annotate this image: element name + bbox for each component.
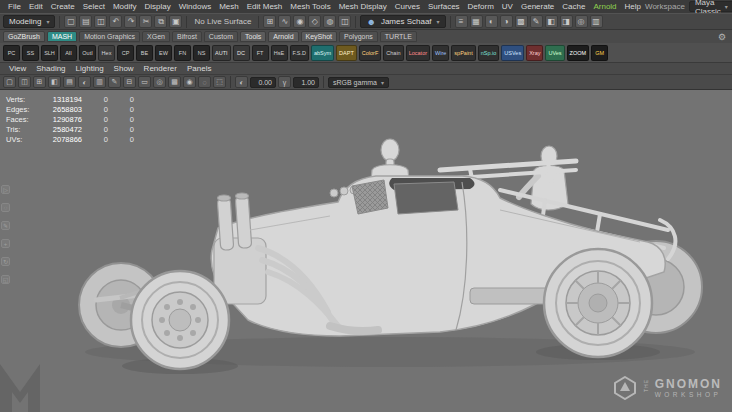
menu-item[interactable]: Select bbox=[79, 2, 109, 11]
shelf-button[interactable]: Hex bbox=[98, 45, 115, 61]
shelf-button[interactable]: EW bbox=[155, 45, 172, 61]
viewport-icon[interactable]: ▤ bbox=[63, 76, 76, 88]
shelf-button[interactable]: BE bbox=[136, 45, 153, 61]
toolbar-icon[interactable]: ↶ bbox=[109, 15, 122, 28]
menu-item[interactable]: Windows bbox=[175, 2, 215, 11]
shelf-button[interactable]: abSym bbox=[311, 45, 334, 61]
menu-item[interactable]: Edit Mesh bbox=[243, 2, 287, 11]
shelf-button[interactable]: HsE bbox=[271, 45, 288, 61]
panel-menu-item[interactable]: Shading bbox=[31, 64, 70, 73]
shelf-button[interactable]: UVes bbox=[545, 45, 564, 61]
viewport-icon[interactable]: ◧ bbox=[48, 76, 61, 88]
shelf-button[interactable]: GM bbox=[591, 45, 608, 61]
viewport-icon[interactable]: ◉ bbox=[183, 76, 196, 88]
menu-item[interactable]: UV bbox=[498, 2, 517, 11]
shelf-button[interactable]: PC bbox=[3, 45, 20, 61]
toolbox-icon[interactable]: ✎ bbox=[1, 221, 10, 230]
toolbar-icon[interactable]: ⧉ bbox=[154, 15, 167, 28]
viewport-icon[interactable]: ⊞ bbox=[33, 76, 46, 88]
viewport-icon[interactable]: ◎ bbox=[153, 76, 166, 88]
menu-set-selector[interactable]: Modeling ▾ bbox=[3, 15, 55, 28]
viewport-icon[interactable]: ▩ bbox=[168, 76, 181, 88]
shelf-button[interactable]: F.S.D bbox=[290, 45, 309, 61]
toolbar-icon[interactable]: ▥ bbox=[590, 15, 603, 28]
toolbar-icon[interactable]: ✎ bbox=[530, 15, 543, 28]
viewport-icon[interactable]: ⬚ bbox=[213, 76, 226, 88]
shelf-button[interactable]: nSp.io bbox=[478, 45, 500, 61]
toolbar-icon[interactable]: ◑ bbox=[500, 15, 513, 28]
panel-menu-item[interactable]: Renderer bbox=[139, 64, 182, 73]
menu-item[interactable]: Cache bbox=[558, 2, 589, 11]
menu-item[interactable]: File bbox=[4, 2, 25, 11]
shelf-tab[interactable]: Bifrost bbox=[172, 31, 202, 42]
gamma-field[interactable]: 1.00 bbox=[293, 77, 319, 88]
snap-icon[interactable]: ⊞ bbox=[263, 15, 276, 28]
gear-icon[interactable]: ⚙ bbox=[718, 32, 729, 42]
shelf-button[interactable]: ColorF bbox=[359, 45, 382, 61]
shelf-button[interactable]: Xray bbox=[526, 45, 543, 61]
snap-icon[interactable]: ◉ bbox=[293, 15, 306, 28]
menu-item[interactable]: Create bbox=[47, 2, 79, 11]
menu-item[interactable]: Surfaces bbox=[424, 2, 464, 11]
shelf-tab[interactable]: Arnold bbox=[268, 31, 298, 42]
shelf-button[interactable]: ZOOM bbox=[567, 45, 590, 61]
menu-item[interactable]: Deform bbox=[464, 2, 498, 11]
shelf-button[interactable]: Chain bbox=[383, 45, 403, 61]
shelf-button[interactable]: FN bbox=[174, 45, 191, 61]
shelf-tab[interactable]: KeyShot bbox=[301, 31, 337, 42]
viewport-icon[interactable]: ⊟ bbox=[123, 76, 136, 88]
toolbar-icon[interactable]: ▩ bbox=[515, 15, 528, 28]
toolbar-icon[interactable]: ✂ bbox=[139, 15, 152, 28]
shelf-button[interactable]: USVes bbox=[501, 45, 524, 61]
toolbar-icon[interactable]: ▦ bbox=[470, 15, 483, 28]
exposure-field[interactable]: 0.00 bbox=[250, 77, 276, 88]
panel-menu-item[interactable]: Lighting bbox=[71, 64, 109, 73]
toolbar-icon[interactable]: ◫ bbox=[94, 15, 107, 28]
panel-menu-item[interactable]: Show bbox=[109, 64, 139, 73]
toolbar-icon[interactable]: ↷ bbox=[124, 15, 137, 28]
shelf-button[interactable]: DC bbox=[233, 45, 250, 61]
shelf-tab[interactable]: XGen bbox=[142, 31, 170, 42]
toolbar-icon[interactable]: ◐ bbox=[485, 15, 498, 28]
menu-item[interactable]: Modify bbox=[109, 2, 141, 11]
toolbox-icon[interactable]: ◱ bbox=[1, 275, 10, 284]
viewport-icon[interactable]: ◐ bbox=[78, 76, 91, 88]
shelf-button[interactable]: SLH bbox=[41, 45, 58, 61]
snap-icon[interactable]: ∿ bbox=[278, 15, 291, 28]
menu-item[interactable]: Arnold bbox=[589, 2, 620, 11]
shelf-button[interactable]: AUTI bbox=[212, 45, 231, 61]
panel-menu-item[interactable]: View bbox=[4, 64, 31, 73]
gamma-icon[interactable]: γ bbox=[278, 76, 291, 88]
shelf-button[interactable]: AII bbox=[60, 45, 77, 61]
shelf-tab[interactable]: Polygons bbox=[339, 31, 378, 42]
toolbar-icon[interactable]: ▢ bbox=[64, 15, 77, 28]
user-account-selector[interactable]: ☻ James Schaaf ▾ bbox=[360, 15, 445, 28]
menu-item[interactable]: Mesh Display bbox=[335, 2, 391, 11]
viewport-icon[interactable]: ▢ bbox=[3, 76, 16, 88]
shelf-button[interactable]: NS bbox=[193, 45, 210, 61]
menu-item[interactable]: Mesh Tools bbox=[286, 2, 334, 11]
menu-item[interactable]: Edit bbox=[25, 2, 47, 11]
menu-item[interactable]: Curves bbox=[391, 2, 424, 11]
toolbar-icon[interactable]: ▣ bbox=[169, 15, 182, 28]
shelf-tab[interactable]: TURTLE bbox=[380, 31, 417, 42]
toolbar-icon[interactable]: ◎ bbox=[575, 15, 588, 28]
menu-item[interactable]: Help bbox=[621, 2, 645, 11]
viewport[interactable]: Verts: 1318194 0 0 Edges: 2658803 0 0 Fa… bbox=[0, 90, 732, 412]
toolbar-icon[interactable]: ◧ bbox=[545, 15, 558, 28]
toolbar-icon[interactable]: ◨ bbox=[560, 15, 573, 28]
menu-item[interactable]: Display bbox=[141, 2, 175, 11]
menu-item[interactable]: Generate bbox=[517, 2, 558, 11]
shelf-tab[interactable]: GoZBrush bbox=[3, 31, 45, 42]
toolbox-icon[interactable]: ◌ bbox=[1, 203, 10, 212]
panel-menu-item[interactable]: Panels bbox=[182, 64, 216, 73]
shelf-button[interactable]: CP bbox=[117, 45, 134, 61]
shelf-tab[interactable]: Custom bbox=[204, 31, 238, 42]
toolbar-icon[interactable]: ▤ bbox=[79, 15, 92, 28]
viewport-icon[interactable]: ▭ bbox=[138, 76, 151, 88]
shelf-tab[interactable]: Tools bbox=[240, 31, 266, 42]
snap-icon[interactable]: ◫ bbox=[338, 15, 351, 28]
snap-icon[interactable]: ◍ bbox=[323, 15, 336, 28]
viewport-icon[interactable]: ◌ bbox=[198, 76, 211, 88]
shelf-button[interactable]: OutI bbox=[79, 45, 96, 61]
